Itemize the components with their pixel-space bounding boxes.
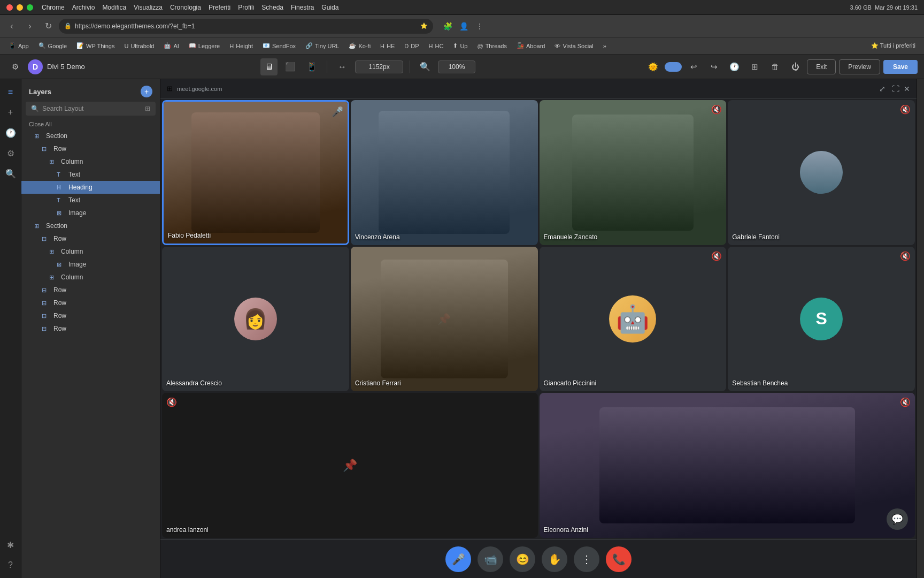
meet-leave-button[interactable]: 📞 xyxy=(606,546,632,572)
mac-menu-profili[interactable]: Profili xyxy=(238,4,254,11)
layer-row-6[interactable]: ⊟ Row xyxy=(21,322,160,335)
mac-menu-guida[interactable]: Guida xyxy=(321,4,338,11)
bookmark-favorites[interactable]: ⭐ Tutti i preferiti xyxy=(867,41,920,51)
meet-url-text: meet.google.com xyxy=(177,86,222,92)
divi-preview-button[interactable]: Preview xyxy=(839,59,880,74)
chrome-reload-button[interactable]: ↻ xyxy=(41,19,56,34)
close-all-button[interactable]: Close All xyxy=(21,119,160,130)
add-module-icon[interactable]: + xyxy=(2,104,19,121)
chrome-forward-button[interactable]: › xyxy=(22,19,37,34)
chat-icon[interactable]: 💬 xyxy=(887,508,908,530)
mac-window-controls[interactable] xyxy=(6,4,33,11)
divi-trash-icon[interactable]: 🗑 xyxy=(766,58,783,75)
mac-menu-visualizza[interactable]: Visualizza xyxy=(134,4,163,11)
meet-close-icon[interactable]: ✕ xyxy=(904,85,910,93)
mac-menu-preferiti[interactable]: Preferiti xyxy=(209,4,230,11)
meet-pin-andrea: 📌 xyxy=(343,459,357,473)
chrome-extensions-btn[interactable]: 🧩 xyxy=(441,19,455,33)
chrome-back-button[interactable]: ‹ xyxy=(4,19,19,34)
meet-more-button[interactable]: ⋮ xyxy=(574,546,599,572)
bookmark-more[interactable]: » xyxy=(599,41,611,51)
layer-text-2[interactable]: T Text xyxy=(21,194,160,207)
bookmark-google[interactable]: 🔍Google xyxy=(34,41,71,51)
bookmark-threads[interactable]: @Threads xyxy=(473,41,511,51)
transform-icon[interactable]: ✱ xyxy=(2,536,19,553)
layer-image-2[interactable]: ⊠ Image xyxy=(21,258,160,271)
mac-minimize-dot[interactable] xyxy=(17,4,23,11)
divi-layout-icon[interactable]: ⊞ xyxy=(746,58,763,75)
layer-column-1[interactable]: ⊞ Column xyxy=(21,155,160,168)
bookmark-ultrabold[interactable]: UUltrabold xyxy=(120,41,158,51)
bookmark-tinyurl[interactable]: 🔗Tiny URL xyxy=(301,41,343,51)
layer-image-1[interactable]: ⊠ Image xyxy=(21,207,160,219)
layer-column-2[interactable]: ⊞ Column xyxy=(21,245,160,258)
address-bar[interactable]: 🔒 https://demo.elegantthemes.com/?et_fb=… xyxy=(59,19,433,34)
bookmark-he[interactable]: HHE xyxy=(376,41,399,51)
divi-desktop-btn[interactable]: 🖥 xyxy=(260,58,278,75)
divi-history-icon[interactable]: 🕐 xyxy=(726,58,743,75)
layer-section-2[interactable]: ⊞ Section xyxy=(21,219,160,232)
divi-mobile-btn[interactable]: 📱 xyxy=(303,58,320,75)
meet-name-fabio: Fabio Pedaletti xyxy=(168,232,211,239)
bookmark-vistasocial[interactable]: 👁Vista Social xyxy=(550,41,597,51)
mac-menu-scheda[interactable]: Scheda xyxy=(261,4,283,11)
layers-add-button[interactable]: + xyxy=(141,86,152,97)
meet-hand-button[interactable]: ✋ xyxy=(542,546,567,572)
divi-toggle-icon[interactable] xyxy=(665,62,682,72)
bookmark-up[interactable]: ⬆Up xyxy=(449,41,472,51)
layer-row-1[interactable]: ⊟ Row xyxy=(21,142,160,155)
divi-exit-button[interactable]: Exit xyxy=(807,59,836,74)
layer-row-5[interactable]: ⊟ Row xyxy=(21,309,160,322)
divi-power-icon[interactable]: ⏻ xyxy=(787,58,804,75)
bookmark-height[interactable]: HHeight xyxy=(225,41,257,51)
chrome-profile-btn[interactable]: 👤 xyxy=(457,19,471,33)
layer-column-3[interactable]: ⊞ Column xyxy=(21,271,160,284)
history-icon[interactable]: 🕐 xyxy=(2,124,19,141)
layers-icon[interactable]: ≡ xyxy=(2,83,19,101)
bookmark-aboard[interactable]: 🚂Aboard xyxy=(512,41,549,51)
layer-row-4[interactable]: ⊟ Row xyxy=(21,296,160,309)
divi-undo-icon[interactable]: ↩ xyxy=(685,58,702,75)
bookmark-dp[interactable]: DDP xyxy=(400,41,423,51)
bookmark-sendfox[interactable]: 📧SendFox xyxy=(258,41,300,51)
search-icon[interactable]: 🔍 xyxy=(2,165,19,182)
mac-menu-modifica[interactable]: Modifica xyxy=(102,4,126,11)
divi-redo-icon[interactable]: ↪ xyxy=(705,58,722,75)
divi-width-input[interactable] xyxy=(355,60,403,73)
mac-menu-archivio[interactable]: Archivio xyxy=(72,4,95,11)
divi-search-icon[interactable]: 🔍 xyxy=(417,58,434,75)
meet-camera-button[interactable]: 📹 xyxy=(478,546,503,572)
bookmark-leggere[interactable]: 📖Leggere xyxy=(184,41,224,51)
meet-chat-button[interactable]: 💬 xyxy=(887,508,908,530)
meet-mute-button[interactable]: 🎤 xyxy=(445,546,471,572)
bookmark-kofi[interactable]: ☕Ko-fi xyxy=(344,41,375,51)
divi-tablet-btn[interactable]: ⬛ xyxy=(282,58,299,75)
layer-text-1[interactable]: T Text xyxy=(21,168,160,181)
divi-save-button[interactable]: Save xyxy=(883,60,918,74)
mac-menu-chrome[interactable]: Chrome xyxy=(42,4,65,11)
divi-theme-icon[interactable]: 🌞 xyxy=(644,58,661,75)
mac-close-dot[interactable] xyxy=(6,4,13,11)
filter-icon[interactable]: ⊞ xyxy=(145,105,150,112)
bookmark-wpthings[interactable]: 📝WP Things xyxy=(72,41,119,51)
chrome-menu-btn[interactable]: ⋮ xyxy=(473,19,487,33)
divi-settings-icon[interactable]: ⚙ xyxy=(6,58,24,75)
meet-expand-icon[interactable]: ⤢ xyxy=(879,85,886,93)
mac-menu-cronologia[interactable]: Cronologia xyxy=(170,4,201,11)
layer-section-1[interactable]: ⊞ Section xyxy=(21,130,160,142)
layers-search[interactable]: 🔍 Search Layout ⊞ xyxy=(26,102,156,116)
bookmark-hc[interactable]: HHC xyxy=(425,41,448,51)
meet-cell-sebastian: 🔇 S Sebastian Benchea xyxy=(728,247,915,392)
meet-fullscreen-icon[interactable]: ⛶ xyxy=(892,85,899,93)
layer-heading-1[interactable]: H Heading xyxy=(21,181,160,194)
help-icon[interactable]: ? xyxy=(2,557,19,574)
layer-row-3[interactable]: ⊟ Row xyxy=(21,284,160,296)
layer-row-2[interactable]: ⊟ Row xyxy=(21,232,160,245)
mac-menu-finestra[interactable]: Finestra xyxy=(291,4,314,11)
meet-emoji-button[interactable]: 😊 xyxy=(510,546,535,572)
bookmark-app[interactable]: 📱App xyxy=(4,41,33,51)
divi-zoom-input[interactable] xyxy=(438,60,475,73)
settings-icon[interactable]: ⚙ xyxy=(2,144,19,162)
bookmark-ai[interactable]: 🤖AI xyxy=(159,41,183,51)
mac-maximize-dot[interactable] xyxy=(27,4,33,11)
